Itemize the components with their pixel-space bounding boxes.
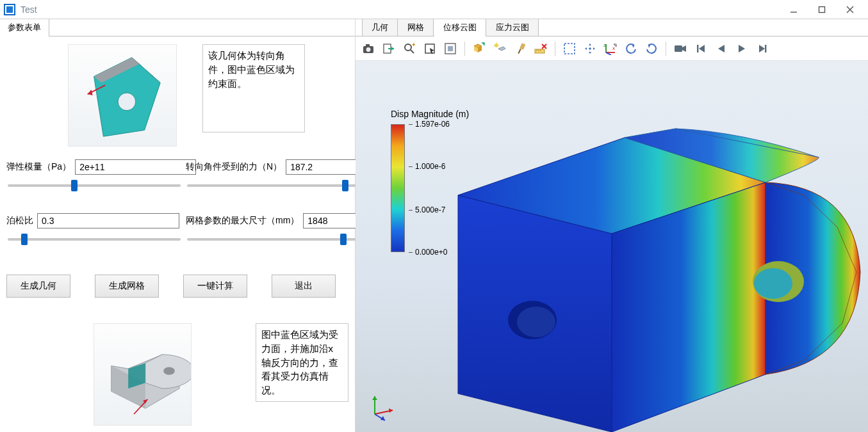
rotate-cw-icon[interactable] (643, 40, 660, 58)
pan-icon[interactable] (581, 40, 599, 58)
force-slider[interactable] (187, 184, 360, 188)
multi-viewport-icon[interactable] (470, 40, 488, 58)
force-field: 转向角件受到的力（N） (186, 159, 359, 190)
poisson-label: 泊松比 (6, 215, 33, 227)
record-icon[interactable] (671, 40, 689, 58)
rotate-ccw-icon[interactable] (622, 40, 640, 58)
axes-icon[interactable]: zx (602, 40, 619, 58)
svg-marker-45 (589, 44, 591, 45)
minimize-button[interactable] (780, 1, 808, 19)
legend-tick: 5.000e-7 (409, 205, 445, 214)
svg-marker-9 (88, 90, 93, 95)
ruler-delete-icon[interactable] (532, 40, 550, 58)
svg-rect-17 (366, 44, 370, 47)
select-rect-icon[interactable] (421, 40, 439, 58)
svg-text:x: x (612, 45, 615, 51)
visualization-panel: 几何 网格 位移云图 应力云图 ✦zx (356, 19, 868, 432)
exit-button[interactable]: 退出 (272, 275, 336, 298)
toolbar-separator (464, 42, 465, 56)
legend-tick: 0.000e+0 (409, 248, 447, 257)
parameter-panel: 参数表单 该几何体为转向角件，图中蓝色区域为约束面。 (0, 19, 356, 432)
svg-marker-31 (482, 43, 484, 45)
svg-rect-36 (520, 43, 525, 50)
color-legend: Disp Magnitude (m) 1.597e-061.000e-65.00… (391, 109, 469, 252)
svg-rect-1 (819, 6, 825, 12)
tab-geometry[interactable]: 几何 (362, 19, 398, 36)
window-title: Test (20, 4, 780, 15)
visualization-toolbar: ✦zx (356, 36, 868, 61)
svg-marker-59 (682, 45, 686, 52)
prev-frame-icon[interactable] (712, 40, 730, 58)
svg-marker-46 (589, 52, 591, 54)
left-tabs: 参数表单 (0, 19, 355, 36)
svg-rect-65 (765, 45, 766, 52)
camera-icon[interactable] (359, 40, 377, 58)
toolbar-separator (666, 42, 666, 56)
load-description: 图中蓝色区域为受力面，并施加沿x轴反方向的力，查看其受力仿真情况。 (256, 323, 348, 402)
poisson-slider[interactable] (8, 237, 181, 241)
svg-rect-37 (518, 48, 521, 53)
paint-icon[interactable] (511, 40, 529, 58)
mesh-size-field: 网格参数的最大尺寸（mm） (186, 213, 359, 244)
svg-point-21 (405, 44, 411, 51)
orientation-triad (368, 391, 398, 420)
legend-title: Disp Magnitude (m) (391, 109, 469, 119)
legend-tick: 1.000e-6 (409, 162, 445, 171)
svg-point-12 (163, 367, 175, 374)
svg-point-49 (589, 47, 591, 50)
tab-displacement-cloud[interactable]: 位移云图 (434, 19, 486, 36)
toolbar-separator (555, 42, 555, 56)
window-titlebar: Test (0, 0, 868, 19)
svg-marker-61 (699, 45, 705, 52)
tab-mesh[interactable]: 网格 (398, 19, 434, 36)
svg-marker-48 (593, 47, 595, 50)
constraint-preview-thumbnail (68, 44, 177, 147)
zoom-fit-icon[interactable]: ✦ (400, 40, 418, 58)
generate-geometry-button[interactable]: 生成几何 (6, 275, 70, 298)
viewport-3d[interactable]: Disp Magnitude (m) 1.597e-061.000e-65.00… (356, 61, 868, 432)
compute-button[interactable]: 一键计算 (183, 275, 247, 298)
first-frame-icon[interactable] (692, 40, 710, 58)
svg-marker-47 (585, 47, 587, 50)
svg-marker-35 (498, 47, 505, 51)
svg-rect-44 (564, 44, 575, 54)
tab-parameter-form[interactable]: 参数表单 (0, 19, 49, 36)
next-frame-icon[interactable] (753, 40, 771, 58)
svg-rect-27 (448, 46, 453, 51)
mesh-size-slider[interactable] (187, 237, 360, 241)
svg-point-72 (754, 268, 792, 299)
legend-tick: 1.597e-06 (409, 120, 450, 129)
svg-marker-76 (372, 396, 377, 400)
force-label: 转向角件受到的力（N） (186, 161, 282, 173)
svg-marker-64 (759, 45, 765, 52)
svg-line-22 (411, 50, 414, 53)
elastic-modulus-slider[interactable] (8, 184, 181, 188)
right-tabs: 几何 网格 位移云图 应力云图 (356, 19, 868, 36)
maximize-button[interactable] (808, 1, 836, 19)
svg-rect-38 (535, 49, 545, 53)
play-icon[interactable] (733, 40, 751, 58)
elastic-modulus-label: 弹性模量（Pa） (6, 161, 71, 173)
light-icon[interactable] (491, 40, 509, 58)
svg-marker-74 (389, 408, 393, 413)
mesh-size-label: 网格参数的最大尺寸（mm） (186, 215, 299, 227)
export-icon[interactable] (380, 40, 398, 58)
poisson-input[interactable] (37, 213, 179, 228)
svg-text:z: z (603, 42, 606, 48)
svg-rect-58 (675, 45, 682, 52)
marquee-icon[interactable] (561, 40, 578, 58)
svg-marker-63 (739, 45, 745, 52)
generate-mesh-button[interactable]: 生成网格 (95, 275, 159, 298)
constraint-description: 该几何体为转向角件，图中蓝色区域为约束面。 (202, 44, 305, 132)
elastic-modulus-input[interactable] (75, 159, 196, 175)
close-button[interactable] (836, 1, 864, 19)
svg-marker-20 (391, 47, 394, 51)
legend-bar (391, 124, 405, 252)
app-icon (4, 4, 15, 15)
svg-point-70 (517, 307, 555, 337)
svg-point-18 (366, 47, 371, 52)
select-box-icon[interactable] (441, 40, 459, 58)
poisson-field: 泊松比 (6, 213, 179, 244)
tab-stress-cloud[interactable]: 应力云图 (486, 19, 539, 36)
svg-text:✦: ✦ (411, 42, 416, 48)
